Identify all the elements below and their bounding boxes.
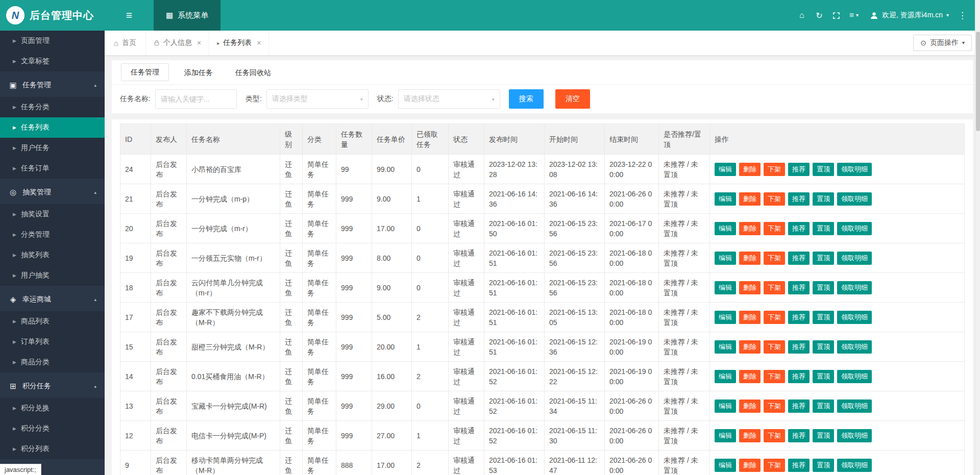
delete-button[interactable]: 删除 xyxy=(739,429,761,442)
off-shelf-button[interactable]: 下架 xyxy=(764,370,785,383)
sidebar-item-积分兑换[interactable]: ▶积分兑换 xyxy=(0,398,105,418)
edit-button[interactable]: 编辑 xyxy=(715,311,736,324)
home-icon[interactable]: ⌂ xyxy=(793,0,811,31)
claim-detail-button[interactable]: 领取明细 xyxy=(837,399,872,413)
crumb-tab-个人信息[interactable]: 个人信息× xyxy=(146,31,209,55)
crumb-home-tab[interactable]: ⌂ 首页 xyxy=(105,31,146,55)
delete-button[interactable]: 删除 xyxy=(739,311,761,324)
nav-list-icon[interactable]: ≡▾ xyxy=(845,0,863,31)
claim-detail-button[interactable]: 领取明细 xyxy=(837,163,872,176)
sidebar-item-任务分类[interactable]: ▶任务分类 xyxy=(0,97,105,117)
sidebar-item-商品分类[interactable]: ▶商品分类 xyxy=(0,352,105,372)
search-button[interactable]: 搜索 xyxy=(509,89,544,109)
claim-detail-button[interactable]: 领取明细 xyxy=(837,311,872,324)
recommend-button[interactable]: 推荐 xyxy=(788,281,810,294)
tab-任务回收站[interactable]: 任务回收站 xyxy=(224,60,282,85)
edit-button[interactable]: 编辑 xyxy=(715,252,736,265)
claim-detail-button[interactable]: 领取明细 xyxy=(837,281,872,294)
claim-detail-button[interactable]: 领取明细 xyxy=(837,459,872,472)
sidebar-collapse-button[interactable]: ≡ xyxy=(105,0,154,31)
pin-top-button[interactable]: 置顶 xyxy=(813,340,834,354)
off-shelf-button[interactable]: 下架 xyxy=(764,252,785,265)
sidebar-item-用户抽奖[interactable]: ▶用户抽奖 xyxy=(0,265,105,286)
edit-button[interactable]: 编辑 xyxy=(715,459,736,472)
clear-button[interactable]: 清空 xyxy=(555,89,590,109)
claim-detail-button[interactable]: 领取明细 xyxy=(837,429,872,442)
crumb-tab-任务列表[interactable]: ▸任务列表× xyxy=(209,31,269,55)
delete-button[interactable]: 删除 xyxy=(739,399,761,413)
pin-top-button[interactable]: 置顶 xyxy=(813,399,834,413)
off-shelf-button[interactable]: 下架 xyxy=(764,459,785,472)
edit-button[interactable]: 编辑 xyxy=(715,192,736,206)
delete-button[interactable]: 删除 xyxy=(739,222,761,235)
claim-detail-button[interactable]: 领取明细 xyxy=(837,252,872,265)
claim-detail-button[interactable]: 领取明细 xyxy=(837,222,872,235)
claim-detail-button[interactable]: 领取明细 xyxy=(837,340,872,354)
sidebar-item-文章标签[interactable]: ▶文章标签 xyxy=(0,51,105,71)
scrollbar-thumb[interactable] xyxy=(976,32,980,131)
off-shelf-button[interactable]: 下架 xyxy=(764,311,785,324)
task-name-input[interactable] xyxy=(155,89,237,109)
pin-top-button[interactable]: 置顶 xyxy=(813,459,834,472)
recommend-button[interactable]: 推荐 xyxy=(788,429,810,442)
off-shelf-button[interactable]: 下架 xyxy=(764,399,785,413)
tab-添加任务[interactable]: 添加任务 xyxy=(173,60,224,85)
pin-top-button[interactable]: 置顶 xyxy=(813,311,834,324)
recommend-button[interactable]: 推荐 xyxy=(788,399,810,413)
delete-button[interactable]: 删除 xyxy=(739,192,761,206)
user-menu[interactable]: 欢迎, 资源库i4m.cn ▾ xyxy=(870,11,949,20)
sidebar-item-商品列表[interactable]: ▶商品列表 xyxy=(0,311,105,332)
more-options-icon[interactable]: ⋮ xyxy=(954,10,971,21)
status-select[interactable]: 请选择状态 ▾ xyxy=(398,89,500,109)
sidebar-item-抽奖列表[interactable]: ▶抽奖列表 xyxy=(0,245,105,265)
delete-button[interactable]: 删除 xyxy=(739,163,761,176)
sidebar-item-页面管理[interactable]: ▶页面管理 xyxy=(0,31,105,51)
recommend-button[interactable]: 推荐 xyxy=(788,222,810,235)
recommend-button[interactable]: 推荐 xyxy=(788,340,810,354)
sidebar-item-订单列表[interactable]: ▶订单列表 xyxy=(0,332,105,352)
off-shelf-button[interactable]: 下架 xyxy=(764,340,785,354)
sidebar-item-任务列表[interactable]: ▶任务列表 xyxy=(0,117,105,138)
recommend-button[interactable]: 推荐 xyxy=(788,252,810,265)
sidebar-item-任务管理[interactable]: ▣任务管理▴ xyxy=(0,73,105,97)
edit-button[interactable]: 编辑 xyxy=(715,163,736,176)
recommend-button[interactable]: 推荐 xyxy=(788,163,810,176)
refresh-icon[interactable]: ↻ xyxy=(811,0,828,31)
edit-button[interactable]: 编辑 xyxy=(715,281,736,294)
edit-button[interactable]: 编辑 xyxy=(715,340,736,354)
type-select[interactable]: 请选择类型 ▾ xyxy=(266,89,369,109)
edit-button[interactable]: 编辑 xyxy=(715,370,736,383)
delete-button[interactable]: 删除 xyxy=(739,370,761,383)
delete-button[interactable]: 删除 xyxy=(739,459,761,472)
delete-button[interactable]: 删除 xyxy=(739,340,761,354)
page-operations-button[interactable]: ⊙ 页面操作 ▾ xyxy=(913,35,972,51)
sidebar-item-分类管理[interactable]: ▶分类管理 xyxy=(0,224,105,245)
delete-button[interactable]: 删除 xyxy=(739,281,761,294)
sidebar-item-幸运商城[interactable]: ◈幸运商城▴ xyxy=(0,288,105,311)
tab-任务管理[interactable]: 任务管理 xyxy=(121,63,169,81)
pin-top-button[interactable]: 置顶 xyxy=(813,252,834,265)
sidebar-item-积分列表[interactable]: ▶积分列表 xyxy=(0,439,105,459)
sidebar-item-用户任务[interactable]: ▶用户任务 xyxy=(0,138,105,158)
delete-button[interactable]: 删除 xyxy=(739,252,761,265)
edit-button[interactable]: 编辑 xyxy=(715,399,736,413)
pin-top-button[interactable]: 置顶 xyxy=(813,163,834,176)
edit-button[interactable]: 编辑 xyxy=(715,429,736,442)
close-tab-icon[interactable]: × xyxy=(197,39,201,47)
claim-detail-button[interactable]: 领取明细 xyxy=(837,192,872,206)
off-shelf-button[interactable]: 下架 xyxy=(764,429,785,442)
off-shelf-button[interactable]: 下架 xyxy=(764,163,785,176)
off-shelf-button[interactable]: 下架 xyxy=(764,222,785,235)
pin-top-button[interactable]: 置顶 xyxy=(813,222,834,235)
sidebar-item-任务订单[interactable]: ▶任务订单 xyxy=(0,158,105,179)
pin-top-button[interactable]: 置顶 xyxy=(813,281,834,294)
fullscreen-icon[interactable] xyxy=(828,0,845,31)
pin-top-button[interactable]: 置顶 xyxy=(813,370,834,383)
sidebar-item-抽奖管理[interactable]: ◎抽奖管理▴ xyxy=(0,181,105,204)
recommend-button[interactable]: 推荐 xyxy=(788,459,810,472)
edit-button[interactable]: 编辑 xyxy=(715,222,736,235)
sidebar-item-积分分类[interactable]: ▶积分分类 xyxy=(0,418,105,439)
pin-top-button[interactable]: 置顶 xyxy=(813,192,834,206)
off-shelf-button[interactable]: 下架 xyxy=(764,192,785,206)
sidebar-item-抽奖设置[interactable]: ▶抽奖设置 xyxy=(0,204,105,224)
